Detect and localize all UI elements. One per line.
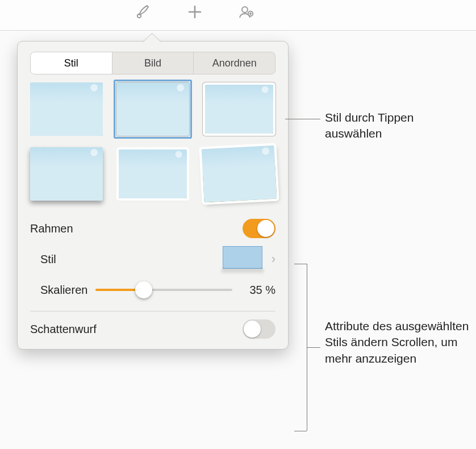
tab-style[interactable]: Stil bbox=[31, 52, 112, 74]
style-preset[interactable] bbox=[30, 82, 103, 136]
svg-point-3 bbox=[49, 104, 56, 111]
svg-point-34 bbox=[83, 159, 86, 161]
frame-heading: Rahmen bbox=[30, 222, 73, 235]
tab-label: Anordnen bbox=[212, 57, 257, 69]
tab-arrange[interactable]: Anordnen bbox=[194, 52, 275, 74]
svg-point-9 bbox=[73, 102, 78, 108]
svg-point-7 bbox=[52, 115, 59, 122]
shadow-heading: Schattenwurf bbox=[30, 323, 97, 336]
callout-leader bbox=[294, 431, 307, 431]
callout-text: Stil durch Tippen auswählen bbox=[325, 110, 473, 142]
style-preset[interactable] bbox=[30, 147, 103, 201]
svg-point-42 bbox=[169, 160, 171, 163]
svg-point-39 bbox=[139, 180, 145, 186]
svg-point-4 bbox=[60, 96, 66, 103]
svg-point-43 bbox=[222, 169, 229, 177]
divider bbox=[30, 311, 275, 311]
app-toolbar bbox=[0, 0, 476, 31]
frame-scale-slider[interactable] bbox=[95, 284, 232, 296]
frame-scale-value: 35 % bbox=[240, 284, 275, 297]
svg-point-25 bbox=[245, 103, 250, 108]
svg-point-40 bbox=[132, 188, 138, 194]
svg-point-16 bbox=[130, 124, 137, 131]
frame-style-row[interactable]: Stil › bbox=[30, 244, 275, 275]
svg-point-47 bbox=[225, 181, 232, 188]
callout-leader bbox=[307, 347, 320, 348]
svg-point-44 bbox=[232, 161, 239, 168]
svg-point-1 bbox=[242, 7, 248, 13]
tab-label: Stil bbox=[64, 57, 78, 69]
frame-section: Rahmen Stil › Skalieren 35 % Schattenwur… bbox=[30, 213, 275, 344]
svg-point-22 bbox=[234, 107, 240, 114]
shadow-toggle[interactable] bbox=[243, 319, 275, 339]
svg-point-21 bbox=[242, 97, 247, 102]
style-preset[interactable] bbox=[116, 147, 189, 201]
callout-leader bbox=[294, 264, 307, 264]
tab-image[interactable]: Bild bbox=[112, 52, 194, 74]
svg-point-45 bbox=[241, 160, 248, 166]
svg-point-8 bbox=[44, 124, 51, 131]
style-preset-grid bbox=[30, 82, 275, 201]
svg-point-10 bbox=[83, 94, 86, 97]
frame-scale-label: Skalieren bbox=[40, 284, 87, 297]
svg-point-41 bbox=[158, 168, 164, 173]
svg-point-35 bbox=[137, 169, 143, 176]
svg-point-27 bbox=[49, 169, 56, 176]
style-preset[interactable] bbox=[203, 82, 275, 136]
svg-point-5 bbox=[69, 95, 75, 101]
svg-point-15 bbox=[138, 115, 145, 122]
svg-point-49 bbox=[245, 167, 251, 173]
svg-point-11 bbox=[136, 104, 143, 111]
svg-point-20 bbox=[233, 97, 239, 103]
svg-point-31 bbox=[52, 180, 59, 187]
svg-point-33 bbox=[73, 167, 78, 173]
svg-point-14 bbox=[147, 107, 154, 114]
style-preset[interactable] bbox=[116, 82, 189, 136]
tab-label: Bild bbox=[144, 57, 161, 69]
svg-point-48 bbox=[217, 190, 224, 197]
svg-point-13 bbox=[156, 95, 161, 101]
svg-point-6 bbox=[61, 107, 68, 114]
svg-point-37 bbox=[156, 161, 161, 167]
svg-point-18 bbox=[170, 94, 172, 97]
svg-point-0 bbox=[137, 14, 141, 18]
add-icon[interactable] bbox=[186, 3, 203, 20]
svg-point-46 bbox=[233, 172, 241, 180]
svg-point-24 bbox=[218, 123, 224, 130]
frame-style-preview bbox=[220, 244, 265, 275]
chevron-right-icon: › bbox=[272, 252, 275, 267]
svg-point-38 bbox=[148, 172, 154, 178]
format-brush-icon[interactable] bbox=[135, 3, 152, 20]
svg-point-23 bbox=[226, 115, 232, 121]
format-popover: Stil Bild Anordnen Rahmen Stil › Skalier… bbox=[17, 41, 289, 350]
svg-point-32 bbox=[44, 189, 51, 196]
svg-point-30 bbox=[61, 172, 68, 179]
svg-point-50 bbox=[255, 158, 258, 161]
frame-scale-row: Skalieren 35 % bbox=[30, 275, 275, 305]
svg-point-17 bbox=[159, 102, 165, 108]
svg-point-19 bbox=[223, 105, 229, 111]
style-preset[interactable] bbox=[203, 147, 275, 201]
svg-point-29 bbox=[69, 160, 75, 166]
svg-point-26 bbox=[255, 95, 257, 98]
callout-leader bbox=[285, 119, 320, 119]
collaborate-icon[interactable] bbox=[237, 3, 254, 20]
tab-segmented-control: Stil Bild Anordnen bbox=[30, 52, 275, 74]
frame-toggle[interactable] bbox=[243, 219, 275, 238]
svg-point-36 bbox=[147, 162, 153, 168]
svg-point-12 bbox=[146, 96, 153, 103]
svg-point-28 bbox=[60, 161, 66, 168]
callout-text: Attribute des ausgewählten Stils ändern … bbox=[325, 318, 473, 367]
frame-style-label: Stil bbox=[40, 253, 56, 266]
